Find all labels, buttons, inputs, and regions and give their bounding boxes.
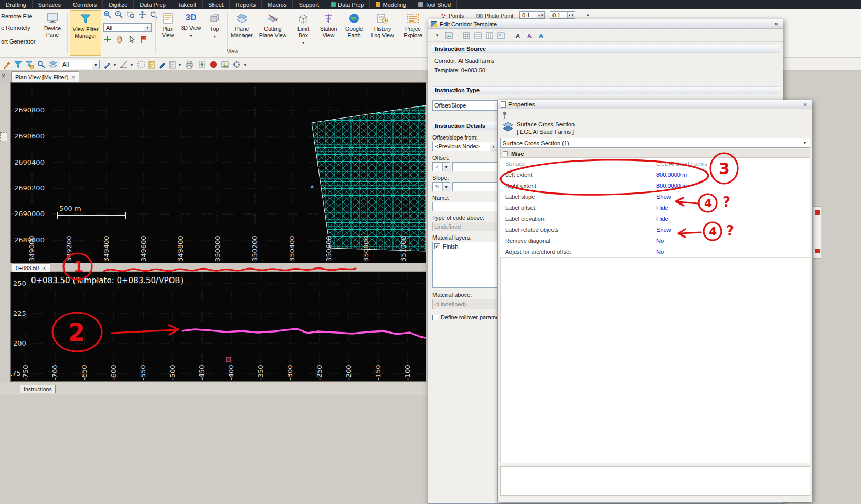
spinner-arrows-icon[interactable]: ▲▼ <box>567 12 575 18</box>
property-value[interactable]: Hide <box>653 213 810 224</box>
draw-pencil-icon[interactable] <box>103 60 112 69</box>
slope-mode-dropdown[interactable]: % ▼ <box>432 182 450 191</box>
chevron-down-icon[interactable]: ▼ <box>432 31 442 40</box>
property-value[interactable]: 800.0000 m <box>653 169 810 180</box>
chevron-down-icon[interactable]: ▼ <box>112 60 118 69</box>
layers-icon[interactable] <box>48 60 58 69</box>
edit-pen-icon[interactable] <box>157 60 167 69</box>
zoom-icon[interactable] <box>37 60 46 69</box>
slope-input[interactable] <box>452 182 497 191</box>
checkbox-checked-icon[interactable]: ✓ <box>434 243 440 249</box>
limit-box-button[interactable]: Limit Box ▼ <box>292 10 315 56</box>
property-row-left-extent[interactable]: Left extent 800.0000 m <box>500 169 810 180</box>
docked-tool-icon[interactable] <box>815 210 820 215</box>
add-view-icon[interactable] <box>103 35 112 44</box>
properties-close-icon[interactable]: × <box>801 101 809 109</box>
clipped-button-report-generator[interactable]: ort Generator <box>1 38 35 45</box>
plan-view-button[interactable]: Plan View <box>157 10 178 56</box>
minimize-icon[interactable]: — <box>513 112 518 119</box>
offset-slope-from-dropdown[interactable]: <Previous Node> ▼ <box>432 142 497 151</box>
zoom-out-icon[interactable] <box>115 10 123 19</box>
chevron-down-icon[interactable]: ▼ <box>177 60 183 69</box>
menu-reports[interactable]: Reports <box>230 0 262 9</box>
panel-close-icon[interactable]: × <box>2 72 5 80</box>
name-input[interactable] <box>432 202 497 211</box>
tab-close-icon[interactable]: × <box>71 74 75 80</box>
template-profile-line[interactable] <box>182 329 426 338</box>
object-selector-dropdown[interactable]: Surface Cross-Section (1) ▼ <box>500 138 810 148</box>
menu-data-prep[interactable]: Data Prep <box>134 0 172 9</box>
view-filter-dropdown[interactable]: All ▼ <box>103 23 152 32</box>
chevron-down-icon[interactable]: ▼ <box>442 183 450 191</box>
pin-icon[interactable] <box>502 111 507 119</box>
selection-marker[interactable] <box>226 357 231 362</box>
snap-grid-icon[interactable] <box>197 60 207 69</box>
zoom-extents-icon[interactable] <box>150 10 158 19</box>
collapse-group-icon[interactable]: − <box>503 151 508 156</box>
property-value[interactable]: Show <box>653 191 810 202</box>
new-document-icon[interactable] <box>147 60 156 69</box>
menu-drafting[interactable]: Drafting <box>0 0 33 9</box>
tolerance-spinner-2[interactable]: 0.1 ▲▼ <box>550 11 575 19</box>
property-value[interactable]: Hide <box>653 202 810 213</box>
clipped-button-remote-file[interactable]: Remote File <box>1 13 32 19</box>
property-row-label-elevation[interactable]: Label elevation: Hide <box>500 213 810 224</box>
checkbox-unchecked-icon[interactable] <box>432 315 438 320</box>
tin-surface-mesh[interactable] <box>312 105 426 251</box>
view-filter-manager-button[interactable]: View Filter Manager <box>70 10 101 56</box>
filter-layers-icon[interactable] <box>25 60 35 69</box>
chevron-down-icon[interactable]: ▼ <box>129 60 134 69</box>
chevron-down-icon[interactable]: ▼ <box>242 60 248 69</box>
dialog-titlebar[interactable]: Edit Corridor Template × <box>428 19 783 29</box>
docked-tool-icon[interactable] <box>815 249 820 253</box>
photo-point-tool-fragment[interactable]: Photo Point <box>476 13 513 19</box>
dialog-close-icon[interactable]: × <box>772 20 780 28</box>
edit-flag-icon[interactable] <box>2 60 12 69</box>
collapse-ribbon-icon[interactable]: ▲ <box>586 12 590 17</box>
chevron-down-icon[interactable]: ▼ <box>800 141 810 145</box>
spinner-arrows-icon[interactable]: ▲▼ <box>537 12 544 18</box>
menu-macros[interactable]: Macros <box>262 0 293 9</box>
property-value[interactable]: No <box>653 246 810 257</box>
property-row-label-related-objects[interactable]: Label related objects Show <box>500 224 810 235</box>
menu-corridors[interactable]: Corridors <box>67 0 103 9</box>
selection-filter-dropdown[interactable]: All ▼ <box>60 60 100 69</box>
clipped-button-use-remotely[interactable]: e Remotely <box>1 25 30 31</box>
history-log-view-button[interactable]: History Log View <box>368 10 397 56</box>
property-value[interactable]: 800.0000 m <box>653 180 810 191</box>
menu-tool-shed[interactable]: Tool Shed <box>412 0 457 9</box>
property-value[interactable]: EGL Al Saad Farms <box>653 158 810 169</box>
measure-icon[interactable] <box>120 60 129 69</box>
cross-section-tab[interactable]: 0+083.50 × <box>12 263 50 272</box>
three-d-view-button[interactable]: 3D 3D View ▼ <box>180 10 202 56</box>
grid-view-icon[interactable] <box>462 31 471 40</box>
property-value[interactable]: Show <box>653 224 810 235</box>
instructions-panel-tab[interactable]: Instructions <box>20 385 56 393</box>
selection-rect-icon[interactable] <box>136 60 146 69</box>
properties-titlebar[interactable]: Properties × <box>498 100 812 109</box>
property-value[interactable]: No <box>653 235 810 246</box>
chevron-down-icon[interactable]: ▼ <box>490 142 497 151</box>
menu-takeoff[interactable]: Takeoff <box>172 0 203 9</box>
offset-input[interactable] <box>452 162 497 171</box>
selected-point-marker[interactable] <box>311 186 314 188</box>
menu-digitize[interactable]: Digitize <box>103 0 134 9</box>
pan-move-icon[interactable] <box>138 10 146 19</box>
chevron-down-icon[interactable]: ▼ <box>92 60 99 69</box>
tab-close-icon[interactable]: × <box>42 265 46 271</box>
menu-surfaces[interactable]: Surfaces <box>33 0 67 9</box>
cutting-plane-view-button[interactable]: Cutting Plane View <box>257 10 289 56</box>
chevron-down-icon[interactable]: ▼ <box>442 163 450 171</box>
offset-mode-dropdown[interactable]: ↗ ▼ <box>432 162 450 171</box>
grid-rows-icon[interactable] <box>473 31 483 40</box>
document-icon[interactable] <box>168 60 177 69</box>
rollover-checkbox-row[interactable]: Define rollover paramete <box>432 314 499 320</box>
select-hand-icon[interactable] <box>127 35 136 44</box>
plan-view-canvas[interactable]: 500 m 2690800 2690600 2690400 2690200 26… <box>10 82 426 263</box>
zoom-window-icon[interactable] <box>126 10 135 19</box>
property-row-label-slope[interactable]: Label slope Show <box>500 191 810 202</box>
label-style-icon[interactable]: A <box>513 31 523 40</box>
image-icon[interactable] <box>444 31 453 40</box>
zoom-in-icon[interactable] <box>103 10 112 19</box>
menu-modeling[interactable]: Modeling <box>370 0 412 9</box>
